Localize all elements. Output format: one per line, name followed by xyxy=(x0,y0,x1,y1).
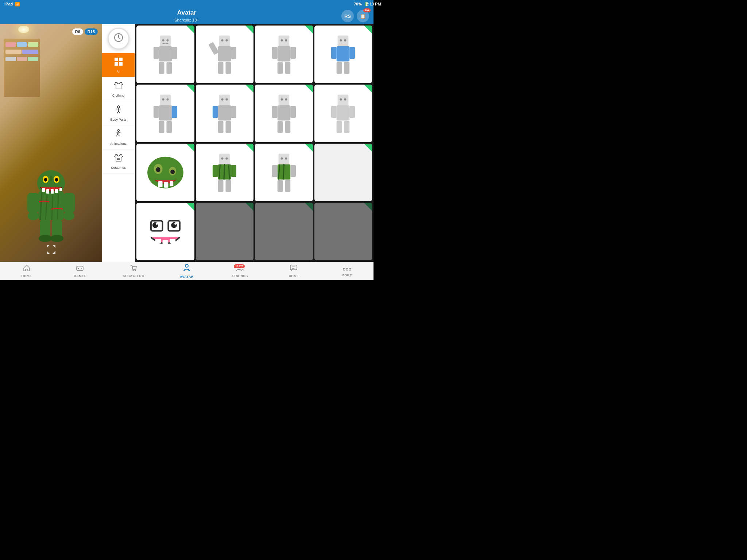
svg-rect-115 xyxy=(164,182,168,188)
item-2[interactable] xyxy=(196,26,254,83)
r6-toggle[interactable]: R6 xyxy=(72,28,83,35)
nav-avatar[interactable]: AVATAR xyxy=(160,262,213,280)
item-6[interactable] xyxy=(196,85,254,142)
status-bar: iPad 📶 2:19 PM 70% 🔋 xyxy=(0,0,374,8)
all-label: All xyxy=(116,70,120,73)
svg-rect-53 xyxy=(219,35,230,46)
item-7[interactable] xyxy=(255,85,313,142)
avatar-preview: R6 R15 xyxy=(0,24,102,262)
header-subtitle: Sharksie: 13+ xyxy=(174,18,199,22)
svg-rect-125 xyxy=(226,180,231,192)
animations-label: Animations xyxy=(110,142,127,145)
r15-toggle[interactable]: R15 xyxy=(85,28,98,35)
item-5[interactable] xyxy=(136,85,194,142)
item-1[interactable] xyxy=(136,26,194,83)
svg-rect-146 xyxy=(162,240,168,245)
svg-rect-114 xyxy=(158,181,163,187)
category-body-parts[interactable]: Body Parts xyxy=(102,101,135,125)
robux-button[interactable]: RS xyxy=(341,10,354,22)
svg-rect-13 xyxy=(46,189,49,194)
svg-rect-95 xyxy=(272,106,278,118)
svg-rect-147 xyxy=(170,239,175,243)
item-4[interactable] xyxy=(314,26,372,83)
robux-label: RS xyxy=(344,13,351,19)
category-animations[interactable]: Animations xyxy=(102,125,135,149)
svg-point-144 xyxy=(174,222,177,225)
svg-rect-66 xyxy=(285,62,290,74)
shelf-decoration xyxy=(4,39,40,97)
item-11-green-shirt2[interactable] xyxy=(255,144,313,201)
costumes-label: Costumes xyxy=(111,166,126,170)
svg-rect-133 xyxy=(290,165,296,177)
nav-home[interactable]: HOME xyxy=(0,262,53,280)
nav-catalog[interactable]: 13 CATALOG xyxy=(107,262,160,280)
svg-point-108 xyxy=(344,98,347,101)
item-14-empty[interactable] xyxy=(196,203,254,260)
nav-more[interactable]: MORE xyxy=(320,262,374,280)
svg-line-27 xyxy=(119,38,120,39)
svg-point-51 xyxy=(162,39,164,42)
device-label: iPad xyxy=(4,2,13,6)
header: Avatar Sharksie: 13+ RS 📋 99+ xyxy=(0,8,374,24)
svg-point-52 xyxy=(166,39,169,42)
svg-rect-80 xyxy=(172,106,177,118)
item-10-green-shirt[interactable] xyxy=(196,144,254,201)
svg-rect-164 xyxy=(346,268,348,270)
item-13-face[interactable] xyxy=(136,203,194,260)
item-16-empty[interactable] xyxy=(314,203,372,260)
expand-button[interactable] xyxy=(46,244,56,256)
svg-rect-50 xyxy=(166,62,172,74)
svg-rect-46 xyxy=(159,46,172,61)
category-recent[interactable] xyxy=(108,28,129,50)
item-8[interactable] xyxy=(314,85,372,142)
svg-rect-81 xyxy=(159,121,164,133)
svg-point-84 xyxy=(166,98,169,101)
home-label: HOME xyxy=(22,274,32,278)
svg-rect-104 xyxy=(350,106,355,118)
svg-point-153 xyxy=(132,270,133,271)
svg-point-127 xyxy=(226,158,228,160)
svg-rect-47 xyxy=(154,47,159,59)
svg-rect-54 xyxy=(218,46,231,61)
category-clothing[interactable]: Clothing xyxy=(102,77,135,101)
item-15-empty[interactable] xyxy=(255,203,313,260)
svg-rect-77 xyxy=(160,94,171,105)
svg-point-83 xyxy=(162,98,164,101)
nav-chat[interactable]: CHAT xyxy=(267,262,320,280)
nav-games[interactable]: GAMES xyxy=(53,262,107,280)
svg-point-67 xyxy=(280,39,283,42)
svg-rect-145 xyxy=(155,239,161,243)
svg-line-157 xyxy=(188,269,189,271)
svg-line-39 xyxy=(116,134,117,136)
items-grid xyxy=(135,24,374,262)
page-title: Avatar xyxy=(174,9,199,16)
svg-rect-16 xyxy=(59,188,62,191)
svg-rect-98 xyxy=(285,121,290,133)
svg-rect-134 xyxy=(277,180,283,192)
svg-rect-85 xyxy=(219,94,230,105)
nav-friends[interactable]: 11370 FRIENDS xyxy=(213,262,267,280)
category-costumes[interactable]: Costumes xyxy=(102,149,135,174)
svg-point-24 xyxy=(50,235,63,242)
svg-rect-86 xyxy=(218,105,231,120)
svg-rect-69 xyxy=(338,35,349,46)
item-3[interactable] xyxy=(255,26,313,83)
svg-rect-48 xyxy=(172,47,177,59)
svg-point-113 xyxy=(170,170,175,174)
notification-icon: 📋 xyxy=(360,13,366,19)
item-9-snake[interactable] xyxy=(136,144,194,201)
main-content: R6 R15 xyxy=(0,24,374,262)
svg-rect-105 xyxy=(337,121,342,133)
bottom-navigation: HOME GAMES 13 CATALOG xyxy=(0,262,374,280)
svg-point-154 xyxy=(135,270,136,271)
svg-point-100 xyxy=(285,98,287,101)
svg-rect-64 xyxy=(290,47,296,59)
item-12-empty[interactable] xyxy=(314,144,372,201)
svg-rect-94 xyxy=(277,105,290,120)
battery-label: 70% xyxy=(354,2,362,6)
notifications-button[interactable]: 📋 99+ xyxy=(357,10,369,22)
svg-rect-58 xyxy=(226,62,231,74)
svg-rect-56 xyxy=(231,47,237,59)
category-all[interactable]: All xyxy=(102,53,135,77)
svg-line-121 xyxy=(229,164,229,179)
